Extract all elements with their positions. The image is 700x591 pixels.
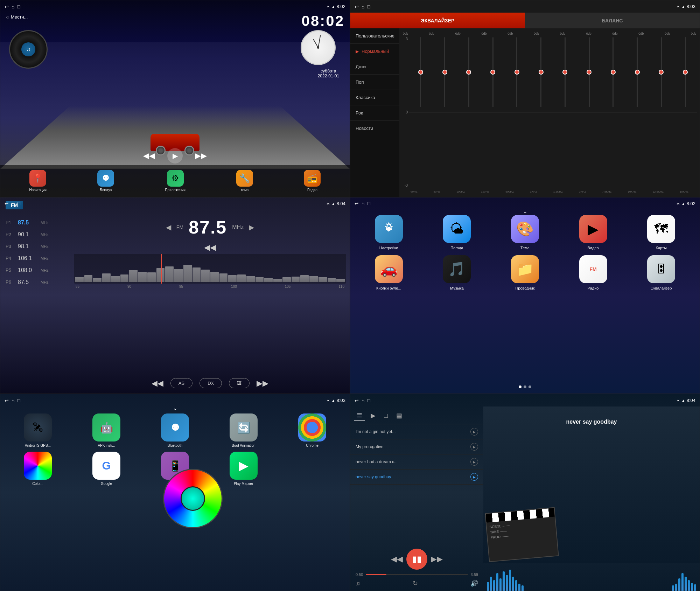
preset-classic[interactable]: Классика — [350, 90, 399, 105]
app-music[interactable]: 🎵 Музыка — [426, 255, 489, 290]
radio-recents-icon[interactable]: □ — [17, 201, 20, 206]
eq-bar-10[interactable] — [626, 37, 649, 107]
preset-p5[interactable]: P5 108.0 MHz — [0, 264, 70, 276]
m2-back-icon[interactable]: ↩ — [355, 398, 359, 403]
dock-radio[interactable]: 📻 Радио — [304, 170, 321, 192]
eq-bar-7[interactable] — [554, 37, 577, 107]
app-weather[interactable]: 🌤 Погода — [426, 215, 489, 250]
apps-home-icon[interactable]: ⌂ — [362, 201, 364, 206]
dock-theme[interactable]: 🔧 тема — [236, 170, 253, 192]
image-button[interactable]: 🖼 — [229, 378, 250, 388]
app-radio[interactable]: FM Радио — [562, 255, 625, 290]
preset-pop[interactable]: Поп — [350, 75, 399, 90]
preset-p6[interactable]: P6 87.5 MHz — [0, 276, 70, 288]
preset-p2[interactable]: P2 90.1 MHz — [0, 229, 70, 241]
play-song-1[interactable]: ▶ — [470, 428, 478, 436]
playlist-item-4[interactable]: never say goodbay ▶ — [350, 470, 483, 485]
radio-skip-next[interactable]: ▶▶ — [257, 379, 268, 388]
spectrum-bar — [328, 278, 336, 282]
drawer-google[interactable]: G Google — [74, 452, 139, 486]
m2-home-icon[interactable]: ⌂ — [362, 398, 364, 403]
preset-jazz[interactable]: Джаз — [350, 59, 399, 75]
back-icon[interactable]: ↩ — [5, 4, 9, 9]
preset-p3[interactable]: P3 98.1 MHz — [0, 241, 70, 252]
m2-recents-icon[interactable]: □ — [367, 398, 370, 403]
drawer-recents-icon[interactable]: □ — [17, 398, 20, 403]
drawer-apk[interactable]: 🤖 APK insti... — [74, 413, 139, 447]
tab-file[interactable]: ▤ — [393, 410, 405, 421]
eq-bar-4[interactable] — [481, 37, 504, 107]
eq-bar-3[interactable] — [457, 37, 481, 107]
app-steering[interactable]: 🚗 Кнопки руле... — [357, 255, 420, 290]
eq-home-icon[interactable]: ⌂ — [362, 4, 364, 9]
eq-bar-5[interactable] — [505, 37, 528, 107]
progress-track[interactable] — [366, 574, 468, 575]
play-song-4[interactable]: ▶ — [470, 473, 478, 481]
drawer-gps[interactable]: 🛰 AndroiTS GPS... — [6, 413, 70, 447]
next-freq-button[interactable]: ▶ — [249, 223, 254, 231]
tab-image[interactable]: ▶ — [368, 410, 378, 421]
eq-bar-8[interactable] — [578, 37, 601, 107]
recents-icon[interactable]: □ — [17, 4, 20, 9]
apps-back-icon[interactable]: ↩ — [355, 201, 359, 206]
drawer-color[interactable]: Color... — [6, 452, 70, 486]
play-song-2[interactable]: ▶ — [470, 443, 478, 451]
play-song-3[interactable]: ▶ — [470, 458, 478, 466]
app-maps[interactable]: 🗺 Карты — [630, 215, 693, 250]
eq-bar-11[interactable] — [650, 37, 673, 107]
drawer-back-icon[interactable]: ↩ — [5, 398, 9, 403]
preset-p1[interactable]: P1 87.5 MHz — [0, 217, 70, 229]
app-settings[interactable]: Настройки — [357, 215, 420, 250]
preset-custom[interactable]: Пользовательские — [350, 28, 399, 44]
dock-apps[interactable]: ⚙ Приложения — [165, 170, 186, 192]
home-icon[interactable]: ⌂ — [12, 4, 14, 9]
drawer-chrome[interactable]: Chrome — [280, 413, 344, 447]
drawer-home-icon[interactable]: ⌂ — [12, 398, 14, 403]
tab-equalizer[interactable]: ЭКВАЛАЙЗЕР — [350, 13, 525, 28]
drawer-boot[interactable]: 🔄 Boot Animation — [211, 413, 276, 447]
drawer-play[interactable]: ▶ Play Маркет — [211, 452, 276, 486]
app-theme[interactable]: 🎨 Тема — [493, 215, 556, 250]
play-pause-button[interactable]: ▶ — [167, 148, 183, 164]
playlist-item-3[interactable]: never had a dream c... ▶ — [350, 454, 483, 470]
dock-nav[interactable]: 📍 Навигация — [29, 170, 47, 192]
eq-recents-icon[interactable]: □ — [367, 4, 370, 9]
eq-bar-12[interactable] — [674, 37, 697, 107]
playlist-item-2[interactable]: My prerogative ▶ — [350, 439, 483, 454]
eq-bar-6[interactable] — [530, 37, 553, 107]
radio-skip-prev[interactable]: ◀◀ — [152, 379, 163, 388]
tab-list[interactable]: ☰ — [354, 410, 365, 421]
color-wheel-overlay[interactable] — [163, 469, 223, 528]
eq-btn[interactable]: ♬ — [356, 580, 360, 587]
preset-normal[interactable]: ▶ Нормальный — [350, 44, 399, 59]
m2-next-btn[interactable]: ▶▶ — [431, 555, 443, 564]
preset-p4[interactable]: P4 106.1 MHz — [0, 252, 70, 264]
radio-home-icon[interactable]: ⌂ — [12, 201, 14, 206]
dx-button[interactable]: DX — [200, 378, 222, 388]
prev-freq-button[interactable]: ◀ — [166, 223, 171, 231]
apps-recents-icon[interactable]: □ — [367, 201, 370, 206]
eq-bar-2[interactable] — [433, 37, 456, 107]
preset-news[interactable]: Новости — [350, 121, 399, 136]
eq-bar-1[interactable] — [409, 37, 432, 107]
as-button[interactable]: AS — [170, 378, 192, 388]
eq-back-icon[interactable]: ↩ — [355, 4, 359, 9]
next-button[interactable]: ▶▶ — [195, 151, 207, 160]
prev-button[interactable]: ◀◀ — [143, 151, 155, 160]
dock-bt[interactable]: ⚉ Блютуз — [97, 170, 114, 192]
eq-bar-9[interactable] — [602, 37, 625, 107]
app-video[interactable]: ▶ Видео — [562, 215, 625, 250]
app-eq[interactable]: 🎛 Эквалайзер — [630, 255, 693, 290]
tab-balance[interactable]: БАЛАНС — [525, 13, 700, 28]
radio-prev-button[interactable]: ◀◀ — [204, 243, 216, 252]
preset-rock[interactable]: Рок — [350, 105, 399, 121]
m2-play-pause-btn[interactable]: ▮▮ — [406, 549, 427, 570]
app-files[interactable]: 📁 Проводник — [493, 255, 556, 290]
drawer-bt[interactable]: ⚉ Bluetooth — [143, 413, 207, 447]
repeat-btn[interactable]: ↻ — [413, 579, 418, 587]
radio-back-icon[interactable]: ↩ — [5, 201, 9, 206]
m2-prev-btn[interactable]: ◀◀ — [391, 555, 403, 564]
playlist-item-1[interactable]: I'm not a girl,not yet... ▶ — [350, 424, 483, 439]
tab-box[interactable]: □ — [381, 410, 391, 421]
volume-btn[interactable]: 🔊 — [470, 579, 478, 587]
